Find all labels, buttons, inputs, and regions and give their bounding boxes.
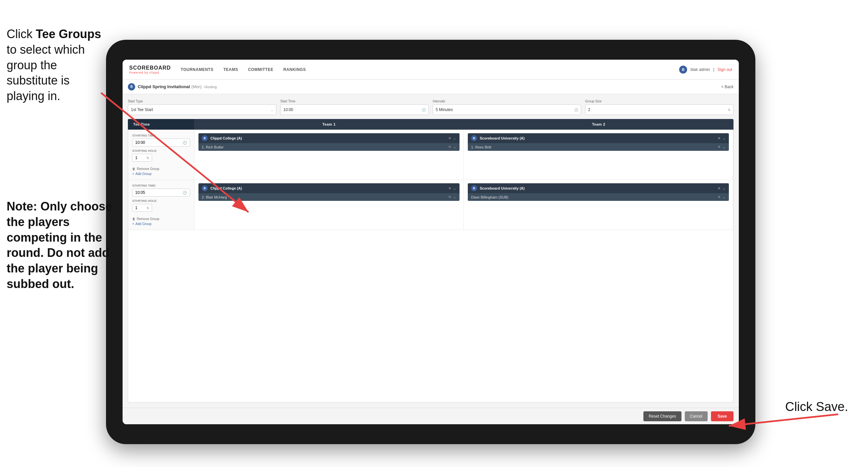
- chevron-icon-player[interactable]: ⌄: [453, 145, 456, 149]
- footer-bar: Reset Changes Cancel Save: [123, 408, 739, 424]
- group-2-team1-header: B Clippd College (A) ✕ ⌄: [198, 183, 460, 193]
- chevron-down-icon-2[interactable]: ⌄: [722, 136, 725, 141]
- note-label: Note: Only choose the players competing …: [7, 200, 112, 291]
- group-2-team1-player-row: 2. Blair McHarg ✕ ⌄: [198, 193, 460, 201]
- add-group-1-button[interactable]: + Add Group: [132, 172, 190, 176]
- group-2-team1-col: B Clippd College (A) ✕ ⌄ 2. Blair McHarg: [194, 180, 464, 230]
- table-header: Tee Time Team 1 Team 2: [128, 119, 734, 129]
- group-1-team2-player-controls[interactable]: ✕ ⌄: [718, 145, 725, 149]
- chevron-down-icon-4[interactable]: ⌄: [722, 186, 725, 191]
- group-1-team1-header: B Clippd College (A) ✕ ⌄: [198, 133, 460, 143]
- chevron-icon-player4[interactable]: ⌄: [722, 195, 725, 199]
- tournament-gender: (Men): [191, 85, 202, 89]
- close-icon-2[interactable]: ✕: [718, 136, 720, 141]
- group-2-team1-name: Clippd College (A): [210, 186, 445, 190]
- group-2-team2-col: B Scoreboard University (A) ✕ ⌄ Dave Bil…: [464, 180, 733, 230]
- plus-icon: +: [132, 172, 134, 176]
- divider: |: [713, 67, 714, 72]
- sub-header: B Clippd Spring Invitational (Men) Hosti…: [123, 80, 739, 94]
- group-1-team1-controls[interactable]: ✕ ⌄: [448, 136, 456, 141]
- reset-changes-button[interactable]: Reset Changes: [643, 411, 681, 421]
- close-icon-player4[interactable]: ✕: [718, 195, 720, 199]
- starting-time-input-2[interactable]: 10:05 🕙: [132, 188, 190, 197]
- group-2-team2-player-row: Dave Billingham (SUB) ✕ ⌄: [468, 193, 729, 201]
- nav-teams[interactable]: TEAMS: [223, 67, 238, 72]
- instruction-block: Click Tee Groups to select which group t…: [7, 27, 106, 104]
- clock-icon-3: 🕙: [183, 141, 187, 145]
- sign-out-link[interactable]: Sign out: [718, 67, 732, 72]
- group-1-team2-name: Scoreboard University (A): [480, 136, 715, 140]
- start-type-label: Start Type: [128, 99, 276, 103]
- group-size-input[interactable]: 2 ⇅: [585, 105, 734, 115]
- group-2-team2-badge: B: [471, 185, 477, 191]
- start-time-label: Start Time: [280, 99, 429, 103]
- col-team1: Team 1: [194, 119, 464, 129]
- close-icon-player3[interactable]: ✕: [448, 195, 451, 199]
- navbar: SCOREBOARD Powered by clippd TOURNAMENTS…: [123, 60, 739, 80]
- start-time-input[interactable]: 10:00 🕙: [280, 105, 429, 115]
- group-1-team2-controls[interactable]: ✕ ⌄: [718, 136, 725, 141]
- group-2-time-col: STARTING TIME: 10:05 🕙 STARTING HOLE: 1 …: [128, 180, 194, 230]
- starting-hole-label-2: STARTING HOLE:: [132, 199, 190, 203]
- group-1-team1-card: B Clippd College (A) ✕ ⌄ 1. Rich Butler: [198, 133, 460, 151]
- nav-right: B blair admin | Sign out: [679, 66, 732, 74]
- save-button[interactable]: Save: [711, 411, 734, 421]
- col-tee-time: Tee Time: [128, 119, 194, 129]
- tournament-badge: B: [128, 83, 135, 90]
- close-icon-player2[interactable]: ✕: [718, 145, 720, 149]
- group-2-team1-badge: B: [202, 185, 208, 191]
- close-icon-3[interactable]: ✕: [448, 186, 451, 191]
- close-icon[interactable]: ✕: [448, 136, 451, 141]
- hosting-tag: Hosting: [205, 85, 217, 89]
- nav-rankings[interactable]: RANKINGS: [283, 67, 306, 72]
- back-button[interactable]: < Back: [721, 85, 734, 89]
- intervals-label: Intervals: [433, 99, 581, 103]
- group-1-team1-col: B Clippd College (A) ✕ ⌄ 1. Rich Butler: [194, 130, 464, 180]
- chevron-icon-player3[interactable]: ⌄: [453, 195, 456, 199]
- close-icon-4[interactable]: ✕: [718, 186, 720, 191]
- add-group-2-button[interactable]: + Add Group: [132, 222, 190, 226]
- groups-container: STARTING TIME: 10:00 🕙 STARTING HOLE: 1 …: [128, 129, 734, 402]
- click-save-label: Click Save.: [785, 400, 848, 414]
- remove-group-1-button[interactable]: 🗑 Remove Group: [132, 167, 190, 171]
- clock-icon-4: 🕙: [183, 191, 187, 195]
- chevron-up-icon[interactable]: ⌄: [453, 136, 456, 141]
- col-team2: Team 2: [464, 119, 734, 129]
- starting-time-label-1: STARTING TIME:: [132, 134, 190, 137]
- note-block: Note: Only choose the players competing …: [7, 199, 113, 292]
- user-avatar: B: [679, 66, 687, 74]
- group-1-team2-col: B Scoreboard University (A) ✕ ⌄ 1. Rees …: [464, 130, 733, 180]
- table-row: STARTING TIME: 10:05 🕙 STARTING HOLE: 1 …: [128, 180, 733, 230]
- intervals-input[interactable]: 5 Minutes 🕙: [433, 105, 581, 115]
- group-2-team1-player: 2. Blair McHarg: [202, 195, 227, 199]
- content-area: Start Type 1st Tee Start ⌄ Start Time 10…: [123, 94, 739, 408]
- chevron-icon: ⇅: [147, 156, 149, 160]
- group-2-team1-player-controls[interactable]: ✕ ⌄: [448, 195, 456, 199]
- nav-committee[interactable]: COMMITTEE: [248, 67, 274, 72]
- plus-icon-2: +: [132, 222, 134, 226]
- tablet-screen: SCOREBOARD Powered by clippd TOURNAMENTS…: [123, 60, 739, 424]
- starting-hole-input-2[interactable]: 1 ⇅: [132, 204, 152, 212]
- close-icon-player[interactable]: ✕: [448, 145, 451, 149]
- group-2-team2-controls[interactable]: ✕ ⌄: [718, 186, 725, 191]
- cancel-button[interactable]: Cancel: [685, 411, 708, 421]
- remove-group-2-button[interactable]: 🗑 Remove Group: [132, 217, 190, 221]
- instruction-text-2: to select which group the substitute is …: [7, 43, 85, 103]
- group-2-team2-player-controls[interactable]: ✕ ⌄: [718, 195, 725, 199]
- tee-groups-bold: Tee Groups: [36, 27, 101, 41]
- chevron-down-icon-3[interactable]: ⌄: [453, 186, 456, 191]
- start-type-input[interactable]: 1st Tee Start ⌄: [128, 105, 276, 115]
- group-1-actions: 🗑 Remove Group + Add Group: [132, 167, 190, 176]
- intervals-group: Intervals 5 Minutes 🕙: [433, 99, 581, 115]
- group-1-team1-player-controls[interactable]: ✕ ⌄: [448, 145, 456, 149]
- logo-sub: Powered by clippd: [129, 71, 171, 74]
- group-2-team1-controls[interactable]: ✕ ⌄: [448, 186, 456, 191]
- trash-icon: 🗑: [132, 167, 135, 171]
- chevron-icon-player2[interactable]: ⌄: [722, 145, 725, 149]
- group-1-team2-player-row: 1. Rees Britt ✕ ⌄: [468, 143, 729, 151]
- nav-tournaments[interactable]: TOURNAMENTS: [181, 67, 214, 72]
- nav-items: TOURNAMENTS TEAMS COMMITTEE RANKINGS: [181, 67, 680, 72]
- starting-time-input-1[interactable]: 10:00 🕙: [132, 139, 190, 146]
- starting-hole-input-1[interactable]: 1 ⇅: [132, 154, 152, 162]
- group-2-team2-header: B Scoreboard University (A) ✕ ⌄: [468, 183, 729, 193]
